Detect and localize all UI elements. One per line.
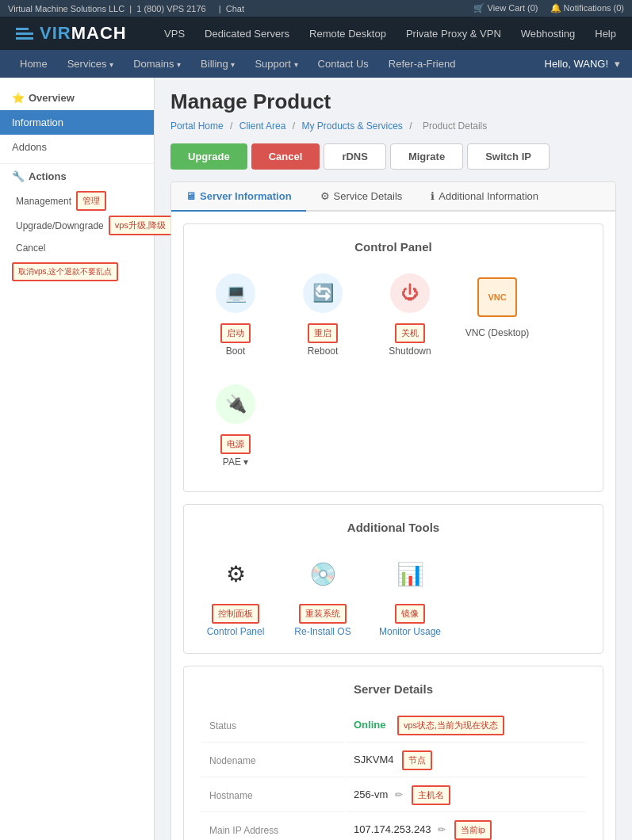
breadcrumb-products[interactable]: My Products & Services (301, 120, 402, 132)
switch-ip-button[interactable]: Switch IP (467, 143, 550, 170)
vnc-button[interactable]: VNC (462, 269, 533, 325)
tab-additional-info[interactable]: ℹ Additional Information (416, 182, 553, 212)
nodename-value: SJKVM4 (354, 754, 394, 766)
logo-text: VIRMACH (40, 23, 127, 44)
nav-vps[interactable]: VPS (164, 28, 185, 40)
server-details-table: Status Online vps状态,当前为现在状态 Nodename SJK… (200, 708, 587, 840)
boot-annotation: 启动 (220, 323, 251, 343)
cp-tool-button[interactable]: ⚙ (200, 546, 271, 601)
chat-link[interactable]: Chat (226, 4, 244, 13)
secnav-home[interactable]: Home (12, 55, 56, 73)
breadcrumb-client[interactable]: Client Area (239, 120, 286, 132)
secnav-refer[interactable]: Refer-a-Friend (381, 55, 464, 73)
mainip-annotation: 当前ip (454, 820, 492, 840)
boot-icon: 💻 (216, 273, 255, 313)
shutdown-icon: ⏻ (390, 273, 430, 313)
reboot-label: Reboot (308, 346, 339, 357)
nav-remote[interactable]: Remote Desktop (309, 28, 386, 40)
shutdown-button[interactable]: ⏻ (374, 265, 446, 321)
secnav-billing[interactable]: Billing ▾ (193, 55, 243, 73)
content-wrapper: ⭐ Overview Information Addons 🔧 Actions … (0, 78, 632, 840)
table-row: Main IP Address 107.174.253.243 ✏ 当前ip (201, 814, 585, 840)
logo[interactable]: VIRMACH (16, 23, 127, 44)
reboot-icon: 🔄 (303, 273, 343, 313)
logo-bar: VIRMACH VPS Dedicated Servers Remote Des… (0, 17, 632, 50)
rdns-button[interactable]: rDNS (324, 143, 386, 170)
sidebar-item-cancel[interactable]: Cancel (16, 240, 45, 256)
main-nav: VPS Dedicated Servers Remote Desktop Pri… (164, 28, 616, 40)
nodename-label: Nodename (201, 744, 344, 777)
pae-icon: 🔌 (216, 384, 255, 424)
breadcrumb-portal[interactable]: Portal Home (170, 120, 224, 132)
logo-icon (16, 28, 33, 40)
pae-button[interactable]: 🔌 (200, 376, 271, 432)
status-label: Status (201, 709, 344, 743)
tab-server-info[interactable]: 🖥 Server Information (171, 182, 306, 212)
shutdown-annotation: 关机 (395, 323, 425, 343)
mainip-label: Main IP Address (201, 814, 344, 840)
nav-help[interactable]: Help (595, 28, 616, 40)
secnav-domains[interactable]: Domains ▾ (125, 55, 189, 73)
nav-webhosting[interactable]: Webhosting (521, 28, 575, 40)
management-annotation: 管理 (76, 191, 106, 211)
hostname-annotation: 主机名 (412, 785, 450, 805)
boot-button[interactable]: 💻 (200, 265, 271, 321)
migrate-button[interactable]: Migrate (390, 143, 463, 170)
reboot-button[interactable]: 🔄 (287, 265, 358, 321)
nav-dedicated[interactable]: Dedicated Servers (205, 28, 289, 40)
nodename-annotation: 节点 (402, 750, 432, 770)
secnav-services[interactable]: Services ▾ (59, 55, 121, 73)
table-row: Hostname 256-vm ✏ 主机名 (201, 779, 585, 812)
boot-label: Boot (226, 346, 246, 357)
reinstall-label: Re-Install OS (294, 626, 350, 637)
secnav-contact[interactable]: Contact Us (310, 55, 377, 73)
monitor-annotation: 镜像 (395, 604, 425, 624)
mainip-edit-icon[interactable]: ✏ (438, 824, 446, 835)
secondary-nav: Home Services ▾ Domains ▾ Billing ▾ Supp… (0, 50, 632, 78)
breadcrumb: Portal Home / Client Area / My Products … (170, 120, 616, 132)
sidebar-item-upgrade[interactable]: Upgrade/Downgrade (16, 218, 104, 234)
notifications-link[interactable]: 🔔 Notifications (0) (550, 3, 624, 13)
tab-content: Control Panel 💻 启动 Boot 🔄 (171, 212, 615, 840)
tabs: 🖥 Server Information ⚙ Service Details ℹ… (171, 182, 615, 212)
sidebar-item-information[interactable]: Information (0, 110, 154, 135)
status-annotation: vps状态,当前为现在状态 (397, 716, 504, 735)
control-panel-title: Control Panel (200, 240, 587, 254)
reboot-annotation: 重启 (308, 323, 338, 343)
tabs-panel: 🖥 Server Information ⚙ Service Details ℹ… (170, 181, 616, 840)
table-row: Status Online vps状态,当前为现在状态 (201, 709, 585, 743)
cancel-button[interactable]: Cancel (251, 143, 320, 170)
cart-link[interactable]: 🛒 View Cart (0) (473, 3, 538, 13)
additional-tools-title: Additional Tools (200, 521, 587, 534)
control-panel-section: Control Panel 💻 启动 Boot 🔄 (183, 223, 603, 492)
monitor-button[interactable]: 📊 (374, 546, 446, 601)
company-name: Virtual Machine Solutions LLC (8, 4, 124, 13)
monitor-label: Monitor Usage (379, 626, 441, 637)
reinstall-icon: 💿 (303, 554, 343, 594)
pae-annotation: 电源 (220, 434, 251, 454)
action-buttons: Upgrade Cancel rDNS Migrate Switch IP (170, 143, 616, 170)
sidebar-item-addons[interactable]: Addons (0, 135, 154, 159)
upgrade-button[interactable]: Upgrade (170, 143, 247, 170)
hostname-edit-icon[interactable]: ✏ (395, 789, 403, 800)
nav-proxy[interactable]: Private Proxy & VPN (406, 28, 501, 40)
reinstall-button[interactable]: 💿 (287, 546, 358, 601)
top-bar: Virtual Machine Solutions LLC | 1 (800) … (0, 0, 632, 17)
sidebar: ⭐ Overview Information Addons 🔧 Actions … (0, 78, 155, 840)
sidebar-section-actions: 🔧 Actions (0, 163, 154, 189)
cp-annotation: 控制面板 (212, 604, 259, 624)
tab-service-details[interactable]: ⚙ Service Details (306, 182, 417, 212)
control-grid: 💻 启动 Boot 🔄 重启 Reboot (200, 265, 587, 468)
vnc-icon: VNC (477, 277, 517, 317)
page-title: Manage Product (170, 90, 616, 114)
mainip-value: 107.174.253.243 (354, 823, 431, 835)
pae-label: PAE ▾ (223, 456, 248, 468)
secnav-support[interactable]: Support ▾ (247, 55, 305, 73)
phone-link[interactable]: 1 (800) VPS 2176 (136, 4, 205, 13)
status-value: Online (354, 719, 385, 731)
main-content: Manage Product Portal Home / Client Area… (155, 78, 632, 840)
cp-label: Control Panel (207, 626, 265, 637)
vnc-label: VNC (Desktop) (465, 327, 530, 338)
sidebar-item-management[interactable]: Management (16, 193, 71, 209)
monitor-icon: 📊 (390, 554, 430, 594)
